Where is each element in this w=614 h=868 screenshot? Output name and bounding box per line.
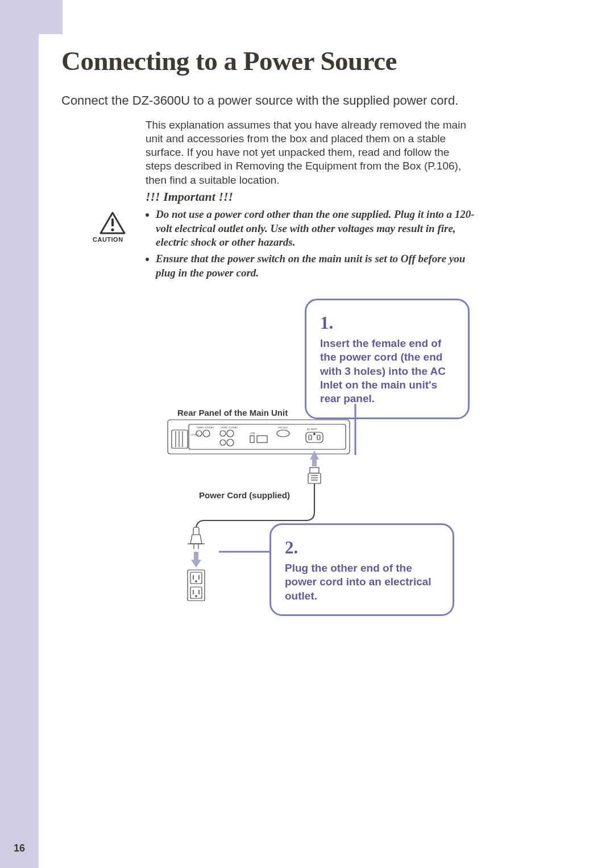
step-number: 1. bbox=[320, 313, 454, 333]
svg-rect-15 bbox=[257, 436, 267, 443]
svg-text:OUTPUT: OUTPUT bbox=[190, 434, 199, 436]
svg-point-11 bbox=[227, 430, 234, 437]
svg-text:S-VIDEO: S-VIDEO bbox=[229, 426, 238, 429]
caution-icon bbox=[97, 212, 128, 237]
top-tab-accent bbox=[39, 0, 63, 34]
important-heading: !!! Important !!! bbox=[146, 189, 475, 204]
svg-text:S-VIDEO: S-VIDEO bbox=[205, 426, 214, 429]
rear-panel-diagram: VIDEO S-VIDEO VIDEO S-VIDEO OUTPUT RS-23… bbox=[159, 404, 398, 614]
svg-point-9 bbox=[203, 430, 210, 437]
svg-point-13 bbox=[227, 439, 234, 446]
svg-rect-19 bbox=[317, 435, 320, 440]
explanation-paragraph: This explanation assumes that you have a… bbox=[146, 118, 470, 187]
svg-text:AC INLET: AC INLET bbox=[307, 428, 318, 431]
important-bullet: Do not use a power cord other than the o… bbox=[156, 208, 475, 250]
important-bullet: Ensure that the power switch on the main… bbox=[156, 252, 475, 280]
svg-text:RS-232C: RS-232C bbox=[279, 426, 288, 429]
svg-rect-30 bbox=[312, 460, 317, 466]
page-number: 16 bbox=[14, 842, 25, 854]
svg-rect-14 bbox=[250, 436, 254, 443]
svg-point-16 bbox=[277, 430, 289, 437]
svg-rect-18 bbox=[309, 435, 312, 440]
svg-rect-1 bbox=[111, 218, 114, 226]
svg-point-49 bbox=[196, 596, 197, 597]
page-title: Connecting to a Power Source bbox=[61, 46, 397, 76]
left-sidebar-strip bbox=[0, 0, 39, 868]
svg-point-12 bbox=[220, 440, 226, 445]
important-list: Do not use a power cord other than the o… bbox=[156, 208, 475, 280]
svg-marker-40 bbox=[191, 560, 201, 568]
svg-text:VIDEO: VIDEO bbox=[197, 426, 204, 429]
svg-rect-32 bbox=[308, 473, 321, 483]
svg-text:VIDEO: VIDEO bbox=[221, 426, 227, 429]
svg-text:USB: USB bbox=[250, 432, 255, 435]
important-block: !!! Important !!! Do not use a power cor… bbox=[146, 189, 475, 282]
step-callout-1: 1. Insert the female end of the power co… bbox=[305, 299, 470, 419]
intro-text: Connect the DZ-3600U to a power source w… bbox=[61, 93, 458, 108]
svg-rect-31 bbox=[310, 468, 319, 473]
svg-rect-39 bbox=[194, 552, 198, 560]
svg-point-20 bbox=[314, 433, 316, 435]
step-text: Insert the female end of the power cord … bbox=[320, 337, 454, 406]
svg-point-2 bbox=[111, 228, 114, 231]
svg-point-46 bbox=[196, 581, 197, 582]
caution-label: CAUTION bbox=[93, 236, 123, 243]
svg-point-10 bbox=[220, 431, 226, 436]
svg-rect-3 bbox=[172, 430, 188, 448]
svg-marker-29 bbox=[310, 450, 319, 460]
